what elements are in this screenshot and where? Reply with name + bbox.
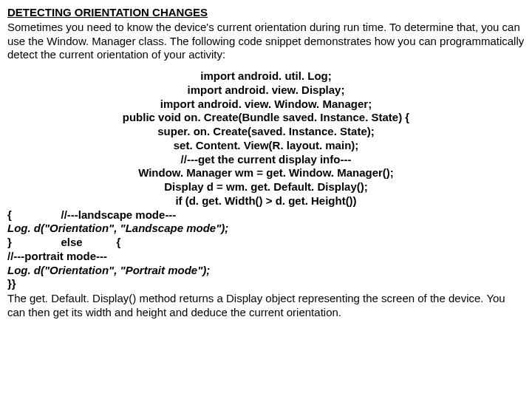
code-line: Display d = wm. get. Default. Display(); bbox=[7, 180, 525, 194]
code-block-left: { //---landscape mode--- Log. d("Orienta… bbox=[7, 208, 525, 292]
section-heading: DETECTING ORIENTATION CHANGES bbox=[7, 6, 525, 20]
code-line: import android. util. Log; bbox=[7, 69, 525, 83]
code-line: import android. view. Window. Manager; bbox=[7, 98, 525, 112]
code-line: { //---landscape mode--- bbox=[7, 208, 525, 222]
code-block-centered: import android. util. Log; import androi… bbox=[7, 69, 525, 208]
code-line: } else { bbox=[7, 236, 525, 250]
code-line: import android. view. Display; bbox=[7, 83, 525, 98]
code-line: set. Content. View(R. layout. main); bbox=[7, 139, 525, 153]
code-line: if (d. get. Width() > d. get. Height()) bbox=[7, 194, 525, 208]
code-line: super. on. Create(saved. Instance. State… bbox=[7, 125, 525, 139]
intro-paragraph: Sometimes you need to know the device's … bbox=[7, 21, 525, 62]
code-line: Log. d("Orientation", "Landscape mode"); bbox=[7, 222, 525, 236]
code-line: Window. Manager wm = get. Window. Manage… bbox=[7, 166, 525, 180]
code-line: Log. d("Orientation", "Portrait mode"); bbox=[7, 264, 525, 278]
code-line: public void on. Create(Bundle saved. Ins… bbox=[7, 111, 525, 125]
outro-paragraph: The get. Default. Display() method retur… bbox=[7, 292, 525, 320]
code-line: //---get the current display info--- bbox=[7, 153, 525, 167]
code-line: }} bbox=[7, 277, 525, 291]
code-line: //---portrait mode--- bbox=[7, 250, 525, 264]
